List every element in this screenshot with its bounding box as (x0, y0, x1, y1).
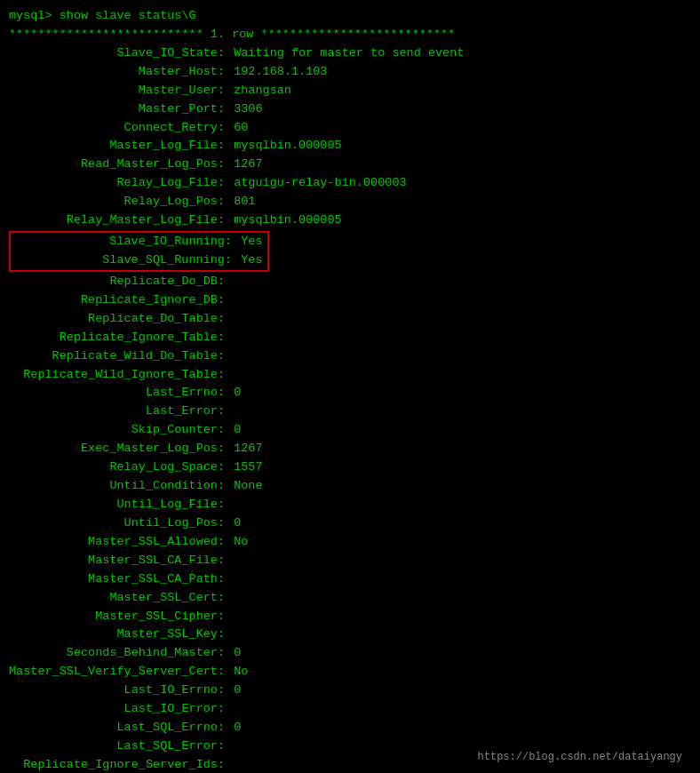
prompt-line: mysql> show slave status\G (9, 7, 691, 26)
row-value: Yes (234, 233, 262, 251)
table-row: Replicate_Ignore_DB: (9, 291, 691, 310)
row-value: 0 (227, 421, 241, 440)
table-row: Master_Log_File: mysqlbin.000005 (9, 137, 691, 155)
row-value: mysqlbin.000005 (227, 137, 342, 155)
rows-container: Slave_IO_State: Waiting for master to se… (9, 44, 691, 773)
row-value: Waiting for master to send event (227, 44, 464, 63)
table-row: Replicate_Do_DB: (9, 273, 691, 291)
row-label: Replicate_Ignore_Server_Ids: (9, 756, 225, 773)
row-label: Master_SSL_Key: (9, 626, 225, 644)
table-row: Slave_SQL_Running: Yes (16, 251, 262, 270)
table-row: Master_SSL_Cipher: (9, 608, 691, 626)
table-row: Master_User: zhangsan (9, 82, 691, 100)
row-label: Relay_Log_Space: (9, 458, 225, 477)
row-label: Master_SSL_CA_Path: (9, 570, 225, 589)
table-row: Until_Log_File: (9, 496, 691, 514)
table-row: Relay_Log_Space: 1557 (9, 458, 691, 477)
row-value: 1557 (227, 458, 263, 477)
row-label: Master_SSL_CA_File: (9, 552, 225, 570)
watermark: https://blog.csdn.net/dataiyangу (478, 749, 682, 766)
row-label: Slave_IO_State: (9, 44, 225, 63)
row-label: Replicate_Ignore_DB: (9, 291, 225, 310)
table-row: Relay_Log_Pos: 801 (9, 193, 691, 211)
row-label: Master_SSL_Cipher: (9, 608, 225, 626)
row-label: Exec_Master_Log_Pos: (9, 440, 225, 458)
row-value: No (227, 533, 248, 552)
table-row: Read_Master_Log_Pos: 1267 (9, 155, 691, 174)
table-row: Master_SSL_Key: (9, 626, 691, 644)
row-label: Last_Error: (9, 402, 225, 421)
table-row: Master_SSL_Cert: (9, 589, 691, 608)
table-row: Last_SQL_Errno: 0 (9, 719, 691, 737)
table-row: Master_SSL_Verify_Server_Cert: No (9, 663, 691, 681)
table-row: Until_Log_Pos: 0 (9, 514, 691, 533)
row-label: Master_Log_File: (9, 137, 225, 155)
table-row: Exec_Master_Log_Pos: 1267 (9, 440, 691, 458)
table-row: Relay_Master_Log_File: mysqlbin.000005 (9, 211, 691, 230)
prompt-text: mysql> show slave status\G (9, 7, 196, 26)
row-label: Replicate_Do_Table: (9, 310, 225, 329)
row-label: Last_IO_Error: (9, 700, 225, 719)
row-value: 1267 (227, 440, 263, 458)
table-row: Connect_Retry: 60 (9, 119, 691, 138)
table-row: Replicate_Wild_Ignore_Table: (9, 366, 691, 385)
row-label: Relay_Log_File: (9, 174, 225, 193)
row-value: 801 (227, 193, 255, 211)
table-row: Skip_Counter: 0 (9, 421, 691, 440)
row-label: Seconds_Behind_Master: (9, 644, 225, 663)
terminal: mysql> show slave status\G *************… (9, 7, 691, 773)
terminal-wrapper: mysql> show slave status\G *************… (9, 7, 691, 773)
table-row: Seconds_Behind_Master: 0 (9, 644, 691, 663)
table-row: Slave_IO_Running: Yes (16, 233, 262, 251)
row-value: mysqlbin.000005 (227, 211, 342, 230)
row-value: 60 (227, 119, 248, 138)
row-label: Master_User: (9, 82, 225, 100)
table-row: Master_SSL_CA_File: (9, 552, 691, 570)
table-row: Last_IO_Errno: 0 (9, 681, 691, 700)
row-label: Last_Errno: (9, 384, 225, 402)
row-value: 0 (227, 384, 241, 402)
table-row: Replicate_Wild_Do_Table: (9, 347, 691, 366)
row-label: Replicate_Wild_Ignore_Table: (9, 366, 225, 385)
row-value: 0 (227, 514, 241, 533)
row-value: 0 (227, 719, 241, 737)
table-row: Master_SSL_CA_Path: (9, 570, 691, 589)
table-row: Replicate_Ignore_Table: (9, 329, 691, 347)
row-label: Slave_SQL_Running: (16, 251, 232, 270)
row-label: Master_Port: (9, 100, 225, 119)
row-label: Last_IO_Errno: (9, 681, 225, 700)
row-label: Replicate_Ignore_Table: (9, 329, 225, 347)
row-label: Last_SQL_Error: (9, 737, 225, 756)
row-label: Replicate_Wild_Do_Table: (9, 347, 225, 366)
table-row: Replicate_Do_Table: (9, 310, 691, 329)
row-label: Relay_Master_Log_File: (9, 211, 225, 230)
row-label: Skip_Counter: (9, 421, 225, 440)
row-label: Until_Condition: (9, 477, 225, 496)
row-label: Read_Master_Log_Pos: (9, 155, 225, 174)
table-row: Master_Host: 192.168.1.103 (9, 63, 691, 82)
row-value: 1267 (227, 155, 263, 174)
row-label: Replicate_Do_DB: (9, 273, 225, 291)
row-value: Yes (234, 251, 262, 270)
row-label: Last_SQL_Errno: (9, 719, 225, 737)
row-value: 0 (227, 681, 241, 700)
table-row: Slave_IO_State: Waiting for master to se… (9, 44, 691, 63)
row-label: Master_SSL_Allowed: (9, 533, 225, 552)
table-row: Last_IO_Error: (9, 700, 691, 719)
row-label: Until_Log_Pos: (9, 514, 225, 533)
table-row: Master_SSL_Allowed: No (9, 533, 691, 552)
row-label: Connect_Retry: (9, 119, 225, 138)
row-label: Master_Host: (9, 63, 225, 82)
row-value: 192.168.1.103 (227, 63, 327, 82)
separator-text: *************************** 1. row *****… (9, 26, 455, 44)
highlighted-box: Slave_IO_Running: Yes Slave_SQL_Running:… (9, 231, 269, 272)
table-row: Relay_Log_File: atguigu-relay-bin.000003 (9, 174, 691, 193)
row-label: Until_Log_File: (9, 496, 225, 514)
row-value: atguigu-relay-bin.000003 (227, 174, 407, 193)
row-value: 0 (227, 644, 241, 663)
row-label: Master_SSL_Cert: (9, 589, 225, 608)
table-row: Last_Error: (9, 402, 691, 421)
table-row: Until_Condition: None (9, 477, 691, 496)
row-value: No (227, 663, 248, 681)
row-value: 3306 (227, 100, 263, 119)
